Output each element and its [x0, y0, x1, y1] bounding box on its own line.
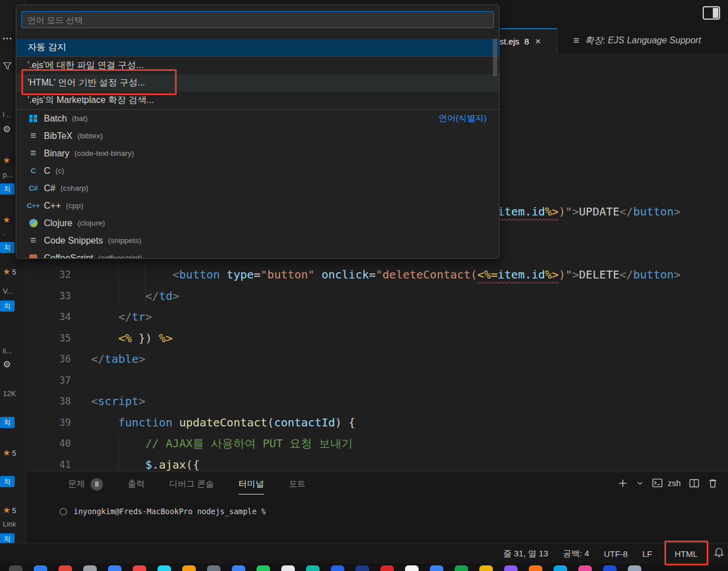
- dock-app-icon[interactable]: [232, 565, 245, 571]
- dock-app-icon[interactable]: [529, 565, 542, 571]
- code-line-39[interactable]: 39 function updateContact(contactId) {: [26, 412, 728, 433]
- dock-app-icon[interactable]: [603, 565, 617, 571]
- gear-icon[interactable]: ⚙: [3, 124, 11, 134]
- star-rating: ★5: [3, 267, 16, 277]
- code-line-36[interactable]: 36</table>: [26, 349, 728, 370]
- install-badge[interactable]: 치: [0, 417, 15, 428]
- status-bar: 줄 31, 열 13공백: 4UTF-8LFHTML: [0, 543, 728, 564]
- install-badge[interactable]: 치: [0, 242, 15, 253]
- bell-icon[interactable]: [713, 547, 725, 560]
- dock-app-icon[interactable]: [306, 565, 320, 571]
- line-number[interactable]: 38: [26, 395, 71, 407]
- dock-app-icon[interactable]: [405, 565, 419, 571]
- panel-tab-터미널[interactable]: 터미널: [239, 479, 264, 494]
- panel-tab-문제[interactable]: 문제8: [68, 478, 103, 496]
- panel-tab-포트[interactable]: 포트: [289, 479, 305, 494]
- filter-icon[interactable]: [3, 62, 12, 73]
- quickpick-item[interactable]: ≡BibTeX(bibtex): [16, 127, 499, 145]
- dock-app-icon[interactable]: [331, 565, 344, 571]
- quickpick-item[interactable]: C#C#(csharp): [16, 179, 499, 197]
- panel-tab-label: 문제: [68, 479, 85, 489]
- quickpick-input[interactable]: [21, 11, 494, 28]
- scrollbar-thumb[interactable]: [493, 39, 497, 76]
- dock-app-icon[interactable]: [182, 565, 196, 571]
- dock-app-icon[interactable]: [380, 565, 394, 571]
- dock-app-icon[interactable]: [628, 565, 641, 571]
- dock-app-icon[interactable]: [504, 565, 518, 571]
- trash-icon[interactable]: [708, 478, 718, 488]
- indent-guide: [145, 260, 146, 307]
- item-detail: (cpp): [66, 201, 83, 210]
- line-number[interactable]: 39: [26, 417, 71, 428]
- quickpick-item[interactable]: 자동 감지: [16, 39, 499, 56]
- line-number[interactable]: 32: [26, 269, 71, 280]
- line-number[interactable]: 37: [26, 375, 71, 386]
- dock-app-icon[interactable]: [108, 565, 122, 571]
- install-badge[interactable]: 치: [0, 183, 15, 195]
- quickpick-item[interactable]: CoffeeScript(coffeescript): [16, 249, 499, 258]
- gear-icon[interactable]: ⚙: [3, 359, 11, 370]
- new-terminal-icon[interactable]: [618, 478, 628, 488]
- code-text: // AJAX를 사용하여 PUT 요청 보내기: [91, 436, 353, 451]
- line-number[interactable]: 41: [26, 459, 71, 470]
- shell-name-label[interactable]: zsh: [668, 478, 681, 488]
- tab-label: 확장: EJS Language Support: [585, 35, 701, 47]
- line-number[interactable]: 40: [26, 438, 71, 449]
- status-item[interactable]: UTF-8: [604, 549, 628, 559]
- dock-app-icon[interactable]: [158, 565, 171, 571]
- more-actions-icon[interactable]: •••: [3, 35, 13, 42]
- chevron-down-icon[interactable]: [636, 479, 644, 487]
- split-terminal-icon[interactable]: [689, 478, 699, 488]
- item-detail: (bat): [72, 114, 88, 123]
- quickpick-item[interactable]: ≡Code Snippets(snippets): [16, 232, 499, 249]
- extension-text-fragment: .: [3, 228, 5, 237]
- dock-app-icon[interactable]: [133, 565, 146, 571]
- macos-dock: [0, 564, 728, 571]
- line-number[interactable]: 33: [26, 290, 71, 302]
- dock-app-icon[interactable]: [578, 565, 592, 571]
- dock-app-icon[interactable]: [257, 565, 270, 571]
- quickpick-item[interactable]: ≡Binary(code-text-binary): [16, 145, 499, 162]
- code-line-32[interactable]: 32 <button type="button" onclick="delete…: [26, 264, 728, 286]
- code-line-34[interactable]: 34 </tr>: [26, 307, 728, 328]
- layout-toggle-icon[interactable]: [703, 6, 720, 20]
- quickpick-item[interactable]: Batch(bat)언어(식별자): [16, 110, 499, 127]
- dock-app-icon[interactable]: [9, 565, 23, 571]
- panel-tab-출력[interactable]: 출력: [128, 479, 145, 494]
- dock-app-icon[interactable]: [554, 565, 567, 571]
- dock-app-icon[interactable]: [34, 565, 47, 571]
- close-icon[interactable]: ×: [535, 36, 541, 47]
- code-line-40[interactable]: 40 // AJAX를 사용하여 PUT 요청 보내기: [26, 433, 728, 455]
- code-line-33[interactable]: 33 </td>: [26, 285, 728, 307]
- code-line-35[interactable]: 35 <% }) %>: [26, 327, 728, 349]
- install-badge[interactable]: 치: [0, 476, 15, 487]
- quickpick-item[interactable]: CC(c): [16, 162, 499, 179]
- line-number[interactable]: 34: [26, 311, 71, 322]
- install-badge[interactable]: 치: [0, 300, 15, 312]
- code-line-38[interactable]: 38<script>: [26, 391, 728, 412]
- status-item[interactable]: 줄 31, 열 13: [503, 548, 548, 559]
- code-text: <script>: [91, 394, 145, 408]
- code-text: <button type="button" onclick="deleteCon…: [91, 268, 681, 281]
- quickpick-item[interactable]: C++C++(cpp): [16, 197, 499, 214]
- dock-app-icon[interactable]: [430, 565, 443, 571]
- dock-app-icon[interactable]: [455, 565, 468, 571]
- dock-app-icon[interactable]: [207, 565, 221, 571]
- tab-preview-extension[interactable]: ≡ 확장: EJS Language Support: [557, 28, 728, 53]
- dock-app-icon[interactable]: [356, 565, 369, 571]
- dock-app-icon[interactable]: [83, 565, 97, 571]
- code-line-37[interactable]: 37: [26, 370, 728, 391]
- terminal-output[interactable]: inyongkim@Freds-MacBookPro nodejs_sample…: [60, 507, 266, 516]
- status-item[interactable]: 공백: 4: [563, 548, 589, 559]
- dock-app-icon[interactable]: [281, 565, 295, 571]
- status-item[interactable]: LF: [642, 549, 653, 559]
- line-number[interactable]: 36: [26, 353, 71, 365]
- line-number[interactable]: 35: [26, 332, 71, 344]
- panel-tab-디버그 콘솔[interactable]: 디버그 콘솔: [169, 479, 214, 494]
- dock-app-icon[interactable]: [479, 565, 493, 571]
- terminal-icon[interactable]: [652, 478, 663, 488]
- item-label: '.ejs'의 Marketplace 확장 검색...: [28, 95, 154, 106]
- panel-tab-label: 디버그 콘솔: [169, 479, 214, 489]
- quickpick-item[interactable]: Clojure(clojure): [16, 214, 499, 232]
- dock-app-icon[interactable]: [59, 565, 72, 571]
